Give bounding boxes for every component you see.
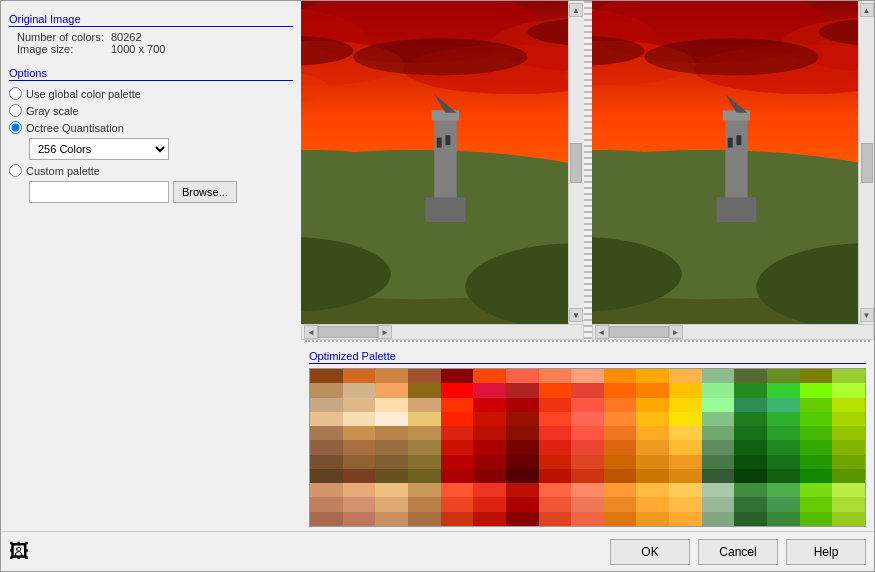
ok-button[interactable]: OK — [610, 539, 690, 565]
left-scroll-right[interactable]: ► — [378, 325, 392, 339]
left-scroll-up[interactable]: ▲ — [569, 3, 583, 17]
palette-cell — [669, 412, 702, 426]
right-vscrollbar[interactable]: ▲ ▼ — [858, 1, 874, 324]
palette-cell — [310, 512, 343, 526]
left-vscrollbar[interactable]: ▲ ▼ — [568, 1, 584, 324]
palette-grid-container — [309, 368, 866, 527]
palette-cell — [636, 455, 669, 469]
right-column: ▲ ▼ ◄ ► — [301, 1, 874, 531]
palette-cell — [310, 483, 343, 497]
left-scroll-down[interactable]: ▼ — [569, 308, 583, 322]
left-scroll-left[interactable]: ◄ — [304, 325, 318, 339]
palette-cell — [571, 412, 604, 426]
palette-cell — [441, 497, 474, 511]
svg-rect-40 — [725, 113, 747, 200]
custom-palette-row: Browse... — [9, 181, 293, 203]
palette-cell — [441, 440, 474, 454]
right-scroll-down[interactable]: ▼ — [860, 308, 874, 322]
palette-cell — [375, 497, 408, 511]
right-hscroll-track[interactable]: ◄ ► — [592, 324, 875, 340]
right-scroll-thumb-v[interactable] — [861, 143, 873, 183]
palette-cell — [702, 383, 735, 397]
palette-cell — [604, 455, 637, 469]
palette-cell — [800, 455, 833, 469]
palette-cell — [636, 440, 669, 454]
radio-global-input[interactable] — [9, 87, 22, 100]
palette-cell — [375, 383, 408, 397]
svg-rect-21 — [437, 138, 442, 148]
palette-cell — [408, 483, 441, 497]
palette-cell — [310, 426, 343, 440]
optimized-image-content — [592, 1, 859, 324]
palette-cell — [767, 483, 800, 497]
palette-cell — [343, 455, 376, 469]
images-row: ▲ ▼ ◄ ► — [301, 1, 874, 340]
palette-cell — [539, 369, 572, 383]
palette-cell — [767, 440, 800, 454]
right-scroll-right[interactable]: ► — [669, 325, 683, 339]
bottom-left: 🖼 — [9, 540, 610, 563]
palette-cell — [832, 497, 865, 511]
colors-dropdown[interactable]: 2 Colors 4 Colors 8 Colors 16 Colors 32 … — [29, 138, 169, 160]
palette-cell — [441, 455, 474, 469]
palette-cell — [343, 398, 376, 412]
palette-cell — [506, 398, 539, 412]
palette-cell — [832, 369, 865, 383]
palette-cell — [636, 497, 669, 511]
palette-path-input[interactable] — [29, 181, 169, 203]
palette-cell — [702, 512, 735, 526]
left-hscroll-row: ◄ ► — [301, 324, 584, 340]
radio-custom-palette[interactable]: Custom palette — [9, 162, 293, 179]
radio-octree-input[interactable] — [9, 121, 22, 134]
palette-cell — [571, 512, 604, 526]
palette-cell — [669, 483, 702, 497]
palette-cell — [343, 383, 376, 397]
radio-custom-input[interactable] — [9, 164, 22, 177]
palette-cell — [604, 469, 637, 483]
original-image-label: Original Image — [9, 13, 293, 27]
palette-cell — [800, 369, 833, 383]
original-image-section: Original Image Number of colors: 80262 I… — [9, 13, 293, 55]
palette-cell — [408, 383, 441, 397]
palette-cell — [832, 469, 865, 483]
palette-cell — [441, 369, 474, 383]
palette-cell — [571, 383, 604, 397]
palette-cell — [473, 512, 506, 526]
palette-cell — [702, 455, 735, 469]
palette-cell — [539, 426, 572, 440]
palette-cell — [832, 455, 865, 469]
left-hscroll-track[interactable]: ◄ ► — [301, 324, 584, 340]
palette-cell — [604, 440, 637, 454]
radio-grayscale-input[interactable] — [9, 104, 22, 117]
colors-label: Number of colors: — [17, 31, 107, 43]
browse-button[interactable]: Browse... — [173, 181, 237, 203]
right-scroll-left[interactable]: ◄ — [595, 325, 609, 339]
palette-cell — [473, 497, 506, 511]
palette-cell — [408, 426, 441, 440]
cancel-button[interactable]: Cancel — [698, 539, 778, 565]
palette-cell — [310, 383, 343, 397]
help-button[interactable]: Help — [786, 539, 866, 565]
radio-custom-label: Custom palette — [26, 165, 100, 177]
radio-global-palette[interactable]: Use global color palette — [9, 85, 293, 102]
right-scroll-thumb-h[interactable] — [609, 326, 669, 338]
bottom-area: 🖼 OK Cancel Help — [1, 531, 874, 571]
svg-rect-23 — [426, 197, 466, 222]
palette-cell — [571, 483, 604, 497]
palette-cell — [800, 383, 833, 397]
palette-cell — [506, 483, 539, 497]
left-scroll-thumb-h[interactable] — [318, 326, 378, 338]
palette-cell — [767, 398, 800, 412]
palette-cell — [571, 426, 604, 440]
palette-cell — [473, 369, 506, 383]
palette-cell — [343, 426, 376, 440]
radio-grayscale[interactable]: Gray scale — [9, 102, 293, 119]
dialog: Original Image Number of colors: 80262 I… — [0, 0, 875, 572]
right-scroll-up[interactable]: ▲ — [860, 3, 874, 17]
left-scroll-thumb-v[interactable] — [570, 143, 582, 183]
palette-cell — [441, 512, 474, 526]
original-image-wrapper: ▲ ▼ — [301, 1, 584, 324]
palette-cell — [832, 512, 865, 526]
palette-cell — [734, 512, 767, 526]
radio-octree[interactable]: Octree Quantisation — [9, 119, 293, 136]
